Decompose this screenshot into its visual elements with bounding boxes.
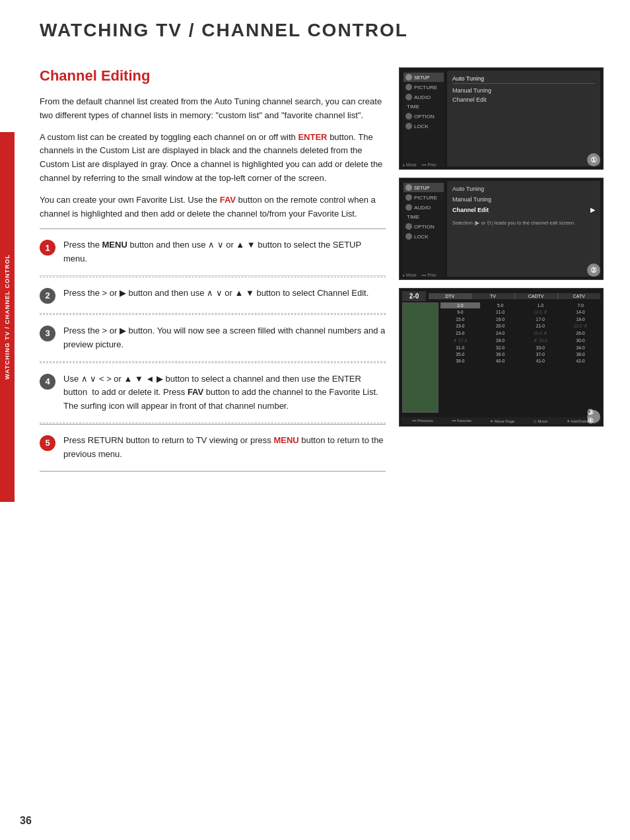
side-tab: WATCHING TV / CHANNEL CONTROL	[0, 132, 15, 502]
step-5: 5 Press RETURN button to return to TV vi…	[40, 424, 386, 472]
page-number: 36	[20, 815, 32, 827]
header-cadtv: CADTV	[514, 293, 557, 299]
ch-7-0: 7-0	[561, 302, 600, 308]
screen2-badge: ②	[587, 263, 600, 277]
two-column-layout: Channel Editing From the default channel…	[40, 67, 604, 471]
step-4: 4 Use ∧ ∨ < > or ▲ ▼ ◄ ▶ button to selec…	[40, 363, 386, 423]
channel-preview	[402, 302, 438, 413]
ch-1-0: 1-0	[521, 302, 561, 308]
step-number-4: 4	[40, 374, 55, 390]
ch-2-0: 2-0	[440, 302, 480, 308]
screen-2: SETUP PICTURE AUDIO TIME	[399, 178, 604, 280]
intro-paragraph-1: From the default channel list created fr…	[40, 95, 386, 123]
header-dtv: DTV	[429, 293, 471, 299]
screen1-footer: ⬧ Move ▪▪▪ Prev	[402, 162, 437, 167]
screen-1: SETUP PICTURE AUDIO TIME	[399, 67, 604, 170]
step-3: 3 Press the > or ▶ button. You will now …	[40, 314, 386, 362]
screen2-option1: Auto Tuning	[452, 184, 595, 193]
step-number-5: 5	[40, 435, 55, 451]
screen2-option3: Channel Edit ▶	[452, 205, 595, 215]
footer-favorite: ▪▪▪ Favorite	[452, 419, 472, 423]
right-column: SETUP PICTURE AUDIO TIME	[399, 67, 604, 471]
side-tab-text: WATCHING TV / CHANNEL CONTROL	[4, 254, 11, 380]
screen1-option1: Auto Tuning	[452, 74, 595, 84]
section-title: Channel Editing	[40, 67, 386, 85]
screen-3: 2-0 DTV TV CADTV CATV	[399, 288, 604, 427]
footer-previous: ▪▪▪ Previous	[412, 419, 433, 423]
intro-paragraph-3: You can create your own Favorite List. U…	[40, 193, 386, 221]
screen1-option2: Manual Tuning	[452, 86, 595, 95]
page-title: WATCHING TV / CHANNEL CONTROL	[40, 20, 604, 48]
screen1-badge: ①	[587, 153, 600, 166]
step-1: 1 Press the MENU button and then use ∧ ∨…	[40, 228, 386, 276]
step-text-5: Press RETURN button to return to TV view…	[63, 434, 386, 462]
main-content: WATCHING TV / CHANNEL CONTROL Channel Ed…	[20, 0, 630, 491]
step-number-1: 1	[40, 240, 55, 256]
channel-current: 2-0	[402, 291, 426, 301]
screen2-footer: ⬧ Move ▪▪▪ Prev	[402, 273, 437, 277]
step-number-3: 3	[40, 326, 55, 341]
step-2: 2 Press the > or ▶ button and then use ∧…	[40, 277, 386, 314]
footer-move: ◇ Move	[534, 419, 547, 423]
step-text-2: Press the > or ▶ button and then use ∧ ∨…	[63, 287, 386, 300]
footer-move-page: ✦ Move Page	[490, 419, 514, 423]
screen3-badge: ③ ④	[587, 410, 600, 423]
header-catv: CATV	[557, 293, 600, 299]
step-number-2: 2	[40, 288, 55, 304]
step-text-1: Press the MENU button and then use ∧ ∨ o…	[63, 238, 386, 266]
step-text-3: Press the > or ▶ button. You will now se…	[63, 324, 386, 352]
left-column: Channel Editing From the default channel…	[40, 67, 386, 471]
screen1-option3: Channel Edit	[452, 95, 595, 104]
screen3-footer: ▪▪▪ Previous ▪▪▪ Favorite ✦ Move Page ◇ …	[402, 417, 601, 425]
header-tv: TV	[471, 293, 514, 299]
ch-5-0: 5-0	[481, 302, 520, 308]
step-text-4: Use ∧ ∨ < > or ▲ ▼ ◄ ▶ button to select …	[63, 372, 386, 413]
screen2-option2: Manual Tuning	[452, 195, 595, 204]
screen2-note: Selection (▶ or ⊙) leads you to the chan…	[452, 220, 595, 227]
intro-paragraph-2: A custom list can be created by toggling…	[40, 131, 386, 186]
